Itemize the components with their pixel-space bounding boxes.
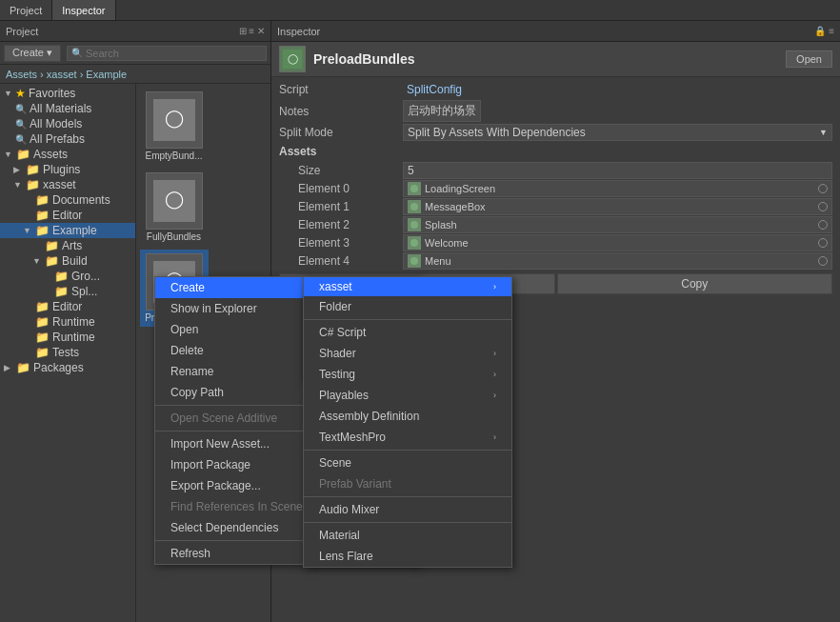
tree-all-prefabs[interactable]: 🔍 All Prefabs	[0, 131, 135, 147]
tree-example[interactable]: ▼ 📁 Example	[0, 223, 135, 238]
sub-csharp-script[interactable]: C# Script	[304, 322, 511, 343]
assets-section-label: Assets	[279, 145, 316, 158]
sub-lens-flare-label: Lens Flare	[319, 550, 373, 563]
tree-assets[interactable]: ▼ 📁 Assets	[0, 147, 135, 162]
open-button[interactable]: Open	[786, 50, 832, 68]
element-dot-3	[410, 239, 418, 247]
element-row-3: Element 3Welcome	[279, 234, 832, 251]
sub-material[interactable]: Material	[304, 525, 511, 546]
sub-scene[interactable]: Scene	[304, 452, 511, 473]
tab-inspector[interactable]: Inspector	[52, 0, 115, 20]
inspector-asset-name: PreloadBundles	[313, 51, 415, 67]
sub-playables[interactable]: Playables ›	[304, 385, 511, 406]
tree-gro[interactable]: 📁 Gro...	[0, 269, 135, 284]
xasset-sep-4	[304, 522, 511, 523]
inspector-notes-row: Notes 启动时的场景	[279, 100, 832, 122]
top-tab-bar: Project Inspector	[0, 0, 840, 21]
search-input[interactable]	[86, 48, 262, 59]
element-label-0: Element 0	[279, 182, 403, 195]
inspector-tab-label: Inspector	[62, 5, 105, 16]
asset-item-emptybund[interactable]: ◯ EmptyBund...	[140, 88, 209, 165]
element-row-2: Element 2Splash	[279, 216, 832, 233]
tree-plugins[interactable]: ▶ 📁 Plugins	[0, 162, 135, 177]
element-circle-1	[818, 202, 828, 211]
size-label: Size	[279, 164, 403, 177]
tree-editor2[interactable]: 📁 Editor	[0, 299, 135, 314]
element-circle-0	[818, 184, 828, 193]
element-value-3[interactable]: Welcome	[403, 234, 832, 251]
ctx-import-pkg-label: Import Package	[170, 458, 250, 472]
sub-folder[interactable]: Folder	[304, 296, 511, 317]
tree-favorites[interactable]: ▼ ★ Favorites	[0, 86, 135, 101]
xasset-submenu-header[interactable]: xasset ›	[304, 277, 511, 296]
tree-runtime1[interactable]: 📁 Runtime	[0, 314, 135, 330]
create-button[interactable]: Create ▾	[4, 45, 61, 62]
create-btn-label: Create ▾	[12, 47, 52, 59]
tree-runtime2[interactable]: 📁 Runtime	[0, 330, 135, 345]
file-tree: ▼ ★ Favorites 🔍 All Materials 🔍 All Mode…	[0, 84, 136, 622]
element-value-0[interactable]: LoadingScreen	[403, 180, 832, 197]
sub-assembly-def[interactable]: Assembly Definition	[304, 406, 511, 427]
svg-text:◯: ◯	[288, 53, 298, 65]
tree-all-materials[interactable]: 🔍 All Materials	[0, 101, 135, 116]
element-circle-2	[818, 220, 828, 230]
sub-audio-mixer-label: Audio Mixer	[319, 503, 379, 516]
sub-csharp-label: C# Script	[319, 326, 366, 339]
split-mode-dropdown[interactable]: Split By Assets With Dependencies ▼	[403, 124, 832, 141]
element-icon-0	[408, 182, 421, 195]
ctx-find-refs-label: Find References In Scene	[170, 500, 303, 513]
element-icon-2	[408, 218, 421, 231]
xasset-submenu: xasset › Folder C# Script Shader › Testi…	[303, 276, 512, 568]
sub-lens-flare[interactable]: Lens Flare	[304, 546, 511, 567]
sub-textmeshpro[interactable]: TextMeshPro ›	[304, 427, 511, 448]
sub-audio-mixer[interactable]: Audio Mixer	[304, 499, 511, 520]
element-row-1: Element 1MessageBox	[279, 198, 832, 215]
tab-project[interactable]: Project	[0, 0, 52, 20]
inspector-title-row: ◯ PreloadBundles Open	[271, 42, 840, 77]
tree-editor1[interactable]: 📁 Editor	[0, 208, 135, 223]
ctx-export-pkg-label: Export Package...	[170, 479, 261, 492]
ctx-refresh-label: Refresh	[170, 547, 210, 560]
tree-arts[interactable]: 📁 Arts	[0, 238, 135, 253]
sub-testing[interactable]: Testing ›	[304, 364, 511, 385]
element-circle-3	[818, 238, 828, 248]
copy-btn-label: Copy	[681, 277, 708, 291]
asset-thumb-fullybundles: ◯	[146, 172, 203, 230]
panel-icons: ⊞ ≡ ✕	[239, 26, 265, 36]
copy-button[interactable]: Copy	[557, 273, 833, 294]
tree-packages[interactable]: ▶ 📁 Packages	[0, 360, 135, 375]
asset-label-fullybundles: FullyBundles	[147, 231, 201, 242]
notes-label: Notes	[279, 105, 403, 118]
element-dot-2	[410, 221, 418, 229]
inspector-assets-section: Assets	[279, 143, 832, 160]
sub-folder-label: Folder	[319, 300, 351, 313]
size-value: 5	[403, 162, 832, 179]
element-value-2[interactable]: Splash	[403, 216, 832, 233]
tree-tests[interactable]: 📁 Tests	[0, 345, 135, 360]
tree-spl[interactable]: 📁 Spl...	[0, 284, 135, 299]
ctx-rename-label: Rename	[170, 365, 213, 378]
asset-item-fullybundles[interactable]: ◯ FullyBundles	[140, 169, 209, 246]
element-value-1[interactable]: MessageBox	[403, 198, 832, 215]
inspector-panel-header: Inspector 🔒 ≡	[271, 21, 840, 42]
ctx-import-new-label: Import New Asset...	[170, 437, 270, 451]
open-btn-label: Open	[796, 53, 822, 65]
notes-value: 启动时的场景	[403, 100, 481, 122]
all-materials-label: All Materials	[30, 102, 91, 115]
element-label-1: Element 1	[279, 200, 403, 213]
element-name-1: MessageBox	[425, 201, 486, 212]
element-value-4[interactable]: Menu	[403, 252, 832, 270]
inspector-size-row: Size 5	[279, 162, 832, 179]
inspector-splitmode-row: Split Mode Split By Assets With Dependen…	[279, 124, 832, 141]
tree-xasset[interactable]: ▼ 📁 xasset	[0, 177, 135, 192]
sub-textmeshpro-label: TextMeshPro	[319, 431, 386, 444]
ctx-open-scene-label: Open Scene Additive	[170, 411, 277, 425]
sub-prefab-variant-label: Prefab Variant	[319, 477, 391, 491]
sub-shader[interactable]: Shader ›	[304, 343, 511, 364]
element-circle-4	[818, 256, 828, 266]
chevron-down-icon: ▼	[819, 128, 828, 137]
element-dot-0	[410, 185, 418, 192]
tree-all-models[interactable]: 🔍 All Models	[0, 116, 135, 131]
tree-documents[interactable]: 📁 Documents	[0, 192, 135, 208]
tree-build[interactable]: ▼ 📁 Build	[0, 253, 135, 269]
